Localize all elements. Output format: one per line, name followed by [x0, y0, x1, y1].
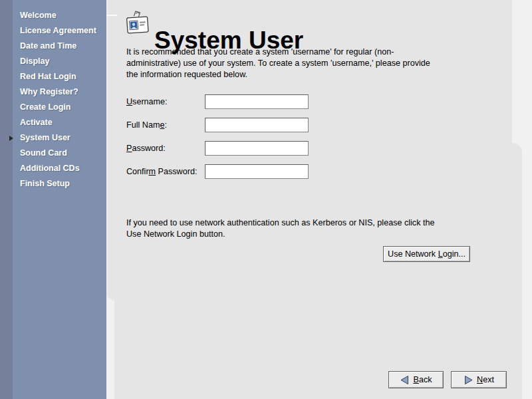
confirm-password-label: Confirm Password: [126, 164, 197, 179]
sidebar-item-label: Sound Card [20, 148, 67, 158]
back-button[interactable]: Back [388, 371, 444, 388]
sidebar: Welcome License Agreement Date and Time … [0, 0, 106, 399]
sidebar-item-sound-card[interactable]: Sound Card [0, 146, 106, 161]
use-network-login-button[interactable]: Use Network Login... [383, 246, 470, 262]
username-label: Username: [126, 94, 168, 109]
next-button-label: Next [477, 375, 494, 384]
next-arrow-icon [464, 375, 473, 385]
sidebar-item-red-hat-login[interactable]: Red Hat Login [0, 69, 106, 84]
sidebar-item-label: Create Login [20, 102, 70, 112]
password-label: Password: [126, 141, 166, 156]
back-arrow-icon [400, 375, 410, 385]
sidebar-item-additional-cds[interactable]: Additional CDs [0, 161, 106, 176]
sidebar-item-license-agreement[interactable]: License Agreement [0, 23, 106, 39]
sidebar-item-welcome[interactable]: Welcome [0, 8, 106, 23]
intro-line: It is recommended that you create a syst… [126, 47, 430, 58]
intro-text: It is recommended that you create a syst… [126, 47, 430, 80]
id-badge-icon [125, 9, 150, 37]
sidebar-item-date-and-time[interactable]: Date and Time [0, 39, 106, 54]
network-note-line: If you need to use network authenticatio… [126, 217, 434, 229]
network-auth-note: If you need to use network authenticatio… [126, 217, 434, 240]
sidebar-item-finish-setup[interactable]: Finish Setup [0, 176, 106, 192]
sidebar-item-label: Red Hat Login [20, 72, 76, 81]
sidebar-item-label: Finish Setup [20, 179, 70, 188]
sidebar-item-display[interactable]: Display [0, 54, 106, 69]
content-panel-lower [114, 143, 522, 399]
sidebar-item-label: Date and Time [20, 41, 76, 51]
full-name-label: Full Name: [126, 118, 167, 132]
full-name-row: Full Name: [126, 118, 319, 132]
sidebar-item-create-login[interactable]: Create Login [0, 100, 106, 115]
sidebar-item-label: Additional CDs [20, 164, 80, 173]
password-input[interactable] [205, 141, 309, 156]
right-pointer-icon [9, 136, 13, 141]
username-row: Username: [126, 94, 319, 109]
sidebar-item-label: Welcome [20, 11, 57, 20]
confirm-password-input[interactable] [205, 164, 309, 179]
sidebar-item-label: System User [20, 133, 70, 142]
username-input[interactable] [205, 94, 309, 109]
next-button[interactable]: Next [451, 371, 507, 388]
sidebar-item-why-register[interactable]: Why Register? [0, 84, 106, 100]
intro-line: administrative) use of your system. To c… [126, 58, 430, 69]
panel-highlight-dash [106, 15, 117, 16]
sidebar-item-system-user[interactable]: System User [0, 130, 106, 146]
network-note-line: Use Network Login button. [126, 229, 434, 240]
wizard-step-list: Welcome License Agreement Date and Time … [0, 8, 106, 192]
full-name-input[interactable] [205, 118, 309, 132]
password-row: Password: [126, 141, 319, 156]
sidebar-item-label: Activate [20, 118, 53, 127]
sidebar-item-activate[interactable]: Activate [0, 115, 106, 130]
sidebar-item-label: Display [20, 57, 49, 66]
sidebar-item-label: License Agreement [20, 26, 96, 35]
intro-line: the information requested below. [126, 69, 430, 80]
sidebar-item-label: Why Register? [20, 87, 78, 96]
confirm-password-row: Confirm Password: [126, 164, 319, 179]
back-button-label: Back [413, 375, 432, 384]
